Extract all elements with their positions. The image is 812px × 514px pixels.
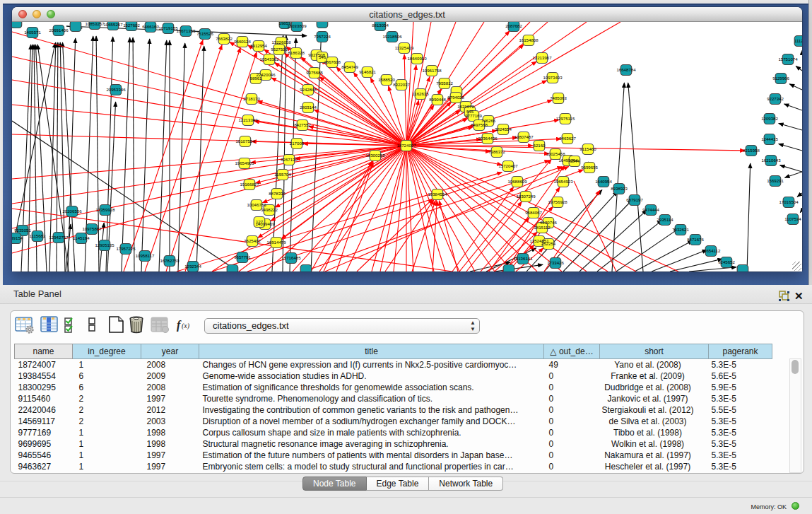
- svg-text:18300295: 18300295: [365, 153, 385, 158]
- svg-text:10719155: 10719155: [158, 25, 178, 30]
- svg-text:11124: 11124: [794, 38, 802, 43]
- svg-text:8813054: 8813054: [372, 23, 389, 28]
- svg-text:20953346: 20953346: [106, 87, 126, 92]
- svg-text:6466160: 6466160: [142, 24, 159, 29]
- svg-text:17359928: 17359928: [95, 207, 115, 212]
- svg-text:19166827: 19166827: [240, 182, 259, 187]
- svg-text:16782759: 16782759: [160, 258, 180, 263]
- svg-text:9129966: 9129966: [772, 76, 789, 81]
- svg-text:16154808: 16154808: [519, 37, 539, 42]
- svg-text:15751074: 15751074: [778, 57, 798, 62]
- svg-text:9777169: 9777169: [465, 113, 482, 118]
- svg-text:217006: 217006: [290, 141, 305, 146]
- svg-text:16648784: 16648784: [616, 67, 636, 72]
- svg-text:1244415: 1244415: [761, 136, 778, 141]
- svg-text:1588520: 1588520: [378, 77, 395, 82]
- svg-text:13226058: 13226058: [271, 40, 291, 45]
- svg-text:1107534: 1107534: [784, 216, 801, 221]
- svg-text:10807487: 10807487: [514, 134, 534, 139]
- svg-text:9844: 9844: [570, 158, 579, 163]
- svg-text:127: 127: [256, 219, 264, 224]
- svg-text:546: 546: [319, 54, 326, 59]
- svg-text:8878334: 8878334: [269, 191, 286, 196]
- svg-text:98961: 98961: [250, 76, 263, 81]
- svg-text:20691406: 20691406: [49, 28, 69, 33]
- svg-text:1815112: 1815112: [534, 225, 551, 230]
- svg-text:19654923: 19654923: [553, 179, 573, 184]
- svg-text:10107554: 10107554: [235, 139, 255, 144]
- svg-text:9660124: 9660124: [234, 39, 251, 44]
- svg-text:18307249: 18307249: [516, 194, 536, 199]
- svg-text:2718170: 2718170: [243, 96, 260, 101]
- svg-text:9699695: 9699695: [581, 165, 598, 170]
- svg-text:12975115: 12975115: [556, 116, 575, 121]
- svg-text:9657791: 9657791: [234, 255, 251, 259]
- svg-text:16210643: 16210643: [761, 158, 781, 163]
- svg-text:11325419: 11325419: [395, 45, 414, 50]
- svg-text:12213349: 12213349: [238, 117, 258, 122]
- svg-text:9242848: 9242848: [300, 87, 317, 92]
- svg-text:1405571: 1405571: [24, 30, 41, 35]
- svg-text:9474444: 9474444: [642, 207, 659, 212]
- svg-text:9146821: 9146821: [359, 69, 376, 74]
- svg-text:7515526: 7515526: [196, 31, 213, 36]
- svg-text:7485063: 7485063: [550, 95, 567, 100]
- svg-text:1733426: 1733426: [547, 260, 564, 265]
- svg-text:7625402: 7625402: [244, 238, 261, 243]
- svg-text:8912954: 8912954: [250, 43, 267, 48]
- svg-text:1145194: 1145194: [73, 235, 90, 240]
- svg-text:9375685: 9375685: [306, 70, 323, 75]
- svg-text:17016504: 17016504: [779, 199, 799, 204]
- svg-text:20206536: 20206536: [62, 209, 82, 214]
- svg-text:12942757: 12942757: [49, 235, 69, 240]
- svg-text:(x): (x): [182, 322, 190, 330]
- svg-text:8454749: 8454749: [341, 64, 358, 69]
- svg-text:1162615: 1162615: [412, 91, 429, 96]
- svg-text:10975867: 10975867: [82, 226, 102, 231]
- svg-text:3498222: 3498222: [261, 207, 278, 212]
- svg-text:62160: 62160: [534, 143, 546, 148]
- svg-text:19654905: 19654905: [235, 160, 254, 165]
- svg-text:19218506: 19218506: [382, 34, 402, 39]
- svg-text:1527602: 1527602: [123, 23, 140, 28]
- svg-text:252254: 252254: [541, 241, 556, 246]
- svg-text:7386372: 7386372: [488, 149, 505, 154]
- svg-text:8322037: 8322037: [393, 82, 410, 87]
- svg-text:1640954: 1640954: [595, 179, 612, 184]
- svg-text:16914479: 16914479: [266, 240, 286, 245]
- svg-text:6120746: 6120746: [540, 220, 557, 225]
- svg-text:9235051: 9235051: [14, 228, 31, 233]
- svg-text:7357224: 7357224: [314, 34, 331, 39]
- svg-text:2935114: 2935114: [657, 217, 673, 222]
- svg-text:2803144: 2803144: [300, 105, 317, 110]
- svg-text:9245652: 9245652: [718, 259, 735, 264]
- svg-text:8471676: 8471676: [687, 237, 704, 242]
- svg-text:16033809: 16033809: [287, 23, 307, 28]
- svg-text:7955812: 7955812: [436, 81, 453, 86]
- svg-text:1209382: 1209382: [761, 116, 778, 121]
- svg-text:9463627: 9463627: [559, 136, 576, 141]
- svg-text:9684067: 9684067: [525, 210, 542, 215]
- svg-text:6879197: 6879197: [626, 197, 643, 202]
- svg-text:7663822: 7663822: [216, 36, 233, 41]
- svg-text:1115682: 1115682: [30, 233, 46, 238]
- svg-text:939154: 939154: [12, 235, 23, 240]
- svg-text:7932621: 7932621: [672, 227, 689, 232]
- svg-text:2867608: 2867608: [324, 59, 341, 64]
- svg-text:1155704: 1155704: [274, 172, 291, 177]
- svg-text:10853257: 10853257: [85, 22, 105, 26]
- svg-text:9327505: 9327505: [271, 47, 288, 52]
- svg-text:8990448: 8990448: [429, 97, 446, 102]
- svg-text:6794028: 6794028: [447, 95, 464, 100]
- svg-text:19384554: 19384554: [428, 192, 447, 197]
- svg-text:f: f: [177, 319, 182, 332]
- svg-text:20364436: 20364436: [478, 136, 498, 141]
- svg-text:10543362: 10543362: [259, 57, 279, 62]
- svg-text:10671355: 10671355: [176, 28, 196, 33]
- svg-text:8186328: 8186328: [288, 50, 305, 55]
- svg-text:8427552: 8427552: [294, 122, 311, 127]
- svg-text:15720407: 15720407: [498, 163, 518, 168]
- svg-text:10961758: 10961758: [422, 68, 442, 73]
- svg-text:10025458: 10025458: [546, 151, 565, 156]
- svg-text:8938923: 8938923: [611, 186, 628, 191]
